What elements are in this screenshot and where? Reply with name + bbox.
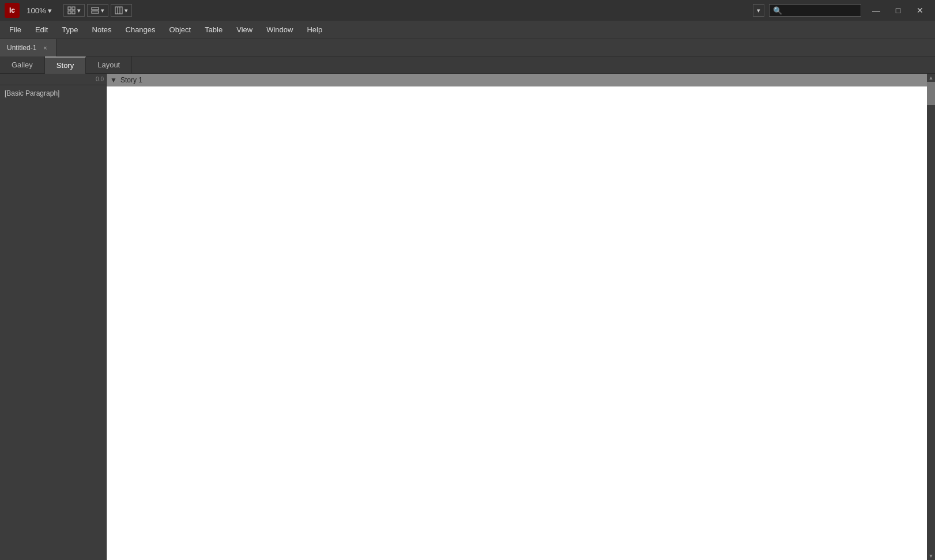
maximize-button[interactable]: □	[888, 2, 908, 18]
title-bar: Ic 100% ▾ ▾ ▾	[0, 0, 935, 21]
story-header-title: Story 1	[120, 76, 142, 84]
search-input[interactable]	[785, 6, 854, 14]
app-logo: Ic	[5, 3, 20, 18]
layout-toggle-btn-1[interactable]: ▾	[63, 4, 85, 17]
svg-rect-1	[72, 7, 75, 10]
menu-edit[interactable]: Edit	[28, 21, 55, 39]
svg-rect-2	[68, 11, 71, 14]
minimize-button[interactable]: —	[866, 2, 887, 18]
zoom-control: 100% ▾	[24, 5, 54, 16]
title-bar-left: Ic 100% ▾ ▾ ▾	[5, 3, 132, 18]
search-box[interactable]: 🔍	[769, 4, 861, 17]
title-bar-right: ▾ 🔍 — □ ✕	[753, 2, 930, 18]
tab-galley[interactable]: Galley	[0, 56, 45, 74]
tab-bar: Untitled-1 ×	[0, 39, 935, 56]
layout-btn-1-chevron: ▾	[77, 7, 81, 14]
svg-rect-4	[92, 7, 99, 10]
svg-rect-0	[68, 7, 71, 10]
view-tabs: Galley Story Layout	[0, 56, 935, 74]
main-area: 0.0 [Basic Paragraph] ▼ Story 1 ▲ ▼	[0, 74, 935, 560]
scroll-track[interactable]	[927, 82, 935, 552]
style-list: [Basic Paragraph]	[0, 85, 106, 101]
doc-tab-untitled[interactable]: Untitled-1 ×	[0, 39, 56, 56]
menu-object[interactable]: Object	[163, 21, 198, 39]
tab-layout-label: Layout	[97, 60, 120, 69]
tab-galley-label: Galley	[12, 60, 33, 69]
layout-btn-3-chevron: ▾	[125, 7, 128, 14]
svg-rect-5	[92, 11, 99, 13]
zoom-dropdown[interactable]: 100% ▾	[24, 5, 54, 16]
layout-toggle-btn-3[interactable]: ▾	[111, 4, 132, 17]
zoom-chevron-icon: ▾	[48, 6, 52, 15]
panel-toggle-btn[interactable]: ▾	[753, 4, 764, 17]
menu-view[interactable]: View	[229, 21, 259, 39]
story-content-area[interactable]	[107, 86, 927, 560]
right-scrollbar: ▲ ▼	[927, 74, 935, 560]
style-item-basic-paragraph[interactable]: [Basic Paragraph]	[0, 88, 106, 99]
story-editor: ▼ Story 1	[107, 74, 927, 560]
ruler-row: 0.0	[0, 74, 106, 85]
search-icon: 🔍	[773, 6, 782, 15]
menu-table[interactable]: Table	[198, 21, 229, 39]
svg-rect-3	[72, 11, 75, 14]
menu-type[interactable]: Type	[55, 21, 85, 39]
tab-layout[interactable]: Layout	[86, 56, 132, 74]
zoom-value: 100%	[27, 6, 46, 15]
close-tab-icon[interactable]: ×	[41, 44, 49, 52]
scroll-up-arrow[interactable]: ▲	[927, 74, 935, 82]
tab-story-label: Story	[56, 61, 74, 70]
menu-file[interactable]: File	[2, 21, 28, 39]
scroll-down-arrow[interactable]: ▼	[927, 552, 935, 560]
window-controls: — □ ✕	[866, 2, 930, 18]
story-collapse-icon[interactable]: ▼	[110, 76, 117, 84]
ruler-value: 0.0	[96, 76, 104, 82]
layout-btn-2-chevron: ▾	[101, 7, 104, 14]
menu-bar: File Edit Type Notes Changes Object Tabl…	[0, 21, 935, 39]
tab-story[interactable]: Story	[45, 56, 86, 74]
menu-help[interactable]: Help	[300, 21, 329, 39]
style-panel: 0.0 [Basic Paragraph]	[0, 74, 107, 560]
toolbar-group-layout: ▾ ▾ ▾	[63, 4, 132, 17]
menu-notes[interactable]: Notes	[85, 21, 119, 39]
layout-toggle-btn-2[interactable]: ▾	[87, 4, 108, 17]
story-header: ▼ Story 1	[107, 74, 927, 86]
doc-tab-name: Untitled-1	[7, 44, 36, 52]
close-button[interactable]: ✕	[910, 2, 930, 18]
svg-rect-6	[115, 7, 122, 14]
menu-window[interactable]: Window	[259, 21, 300, 39]
scroll-thumb[interactable]	[927, 82, 935, 105]
menu-changes[interactable]: Changes	[119, 21, 163, 39]
